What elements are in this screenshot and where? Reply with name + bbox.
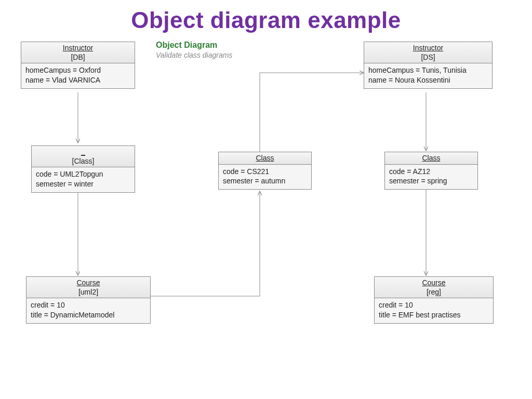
obj-type: _ [81, 148, 85, 156]
obj-instructor-db: Instructor [DB] homeCampus = Oxford name… [21, 42, 135, 89]
obj-type: Instructor [63, 44, 93, 52]
obj-class-a: _ [Class] code = UML2Topgun semester = w… [31, 145, 135, 193]
obj-attrs: code = UML2Topgun semester = winter [32, 167, 135, 192]
connector-layer [0, 36, 532, 390]
object-diagram: Object Diagram Validate class diagrams I… [0, 36, 532, 390]
obj-instructor-ds: Instructor [DS] homeCampus = Tunis, Tuni… [364, 42, 493, 89]
diagram-subtitle-heading: Object Diagram [156, 41, 232, 50]
page-title: Object diagram example [0, 7, 532, 33]
obj-instance: [reg] [378, 288, 490, 297]
obj-attrs: code = AZ12 semester = spring [385, 165, 477, 190]
obj-instance: [uml2] [30, 288, 147, 297]
obj-type: Instructor [413, 44, 443, 52]
obj-type: Class [422, 154, 440, 162]
obj-attrs: homeCampus = Tunis, Tunisia name = Noura… [364, 63, 492, 88]
obj-class-b: Class code = CS221 semester = autumn [218, 152, 312, 190]
obj-instance: [DS] [367, 53, 489, 62]
obj-attrs: credit = 10 title = EMF best practises [375, 298, 493, 323]
obj-class-c: Class code = AZ12 semester = spring [384, 152, 478, 190]
diagram-subtitle: Object Diagram Validate class diagrams [156, 41, 232, 59]
obj-course-reg: Course [reg] credit = 10 title = EMF bes… [374, 276, 494, 324]
obj-instance: [DB] [24, 53, 131, 62]
obj-type: Class [256, 154, 274, 162]
obj-type: Course [422, 278, 445, 287]
obj-attrs: code = CS221 semester = autumn [219, 165, 311, 190]
diagram-subtitle-caption: Validate class diagrams [156, 51, 232, 59]
obj-attrs: credit = 10 title = DynamicMetamodel [26, 298, 150, 323]
obj-type: Course [76, 278, 100, 287]
obj-course-uml2: Course [uml2] credit = 10 title = Dynami… [26, 276, 151, 324]
obj-instance: [Class] [35, 157, 131, 166]
obj-attrs: homeCampus = Oxford name = Vlad VARNICA [21, 63, 135, 88]
